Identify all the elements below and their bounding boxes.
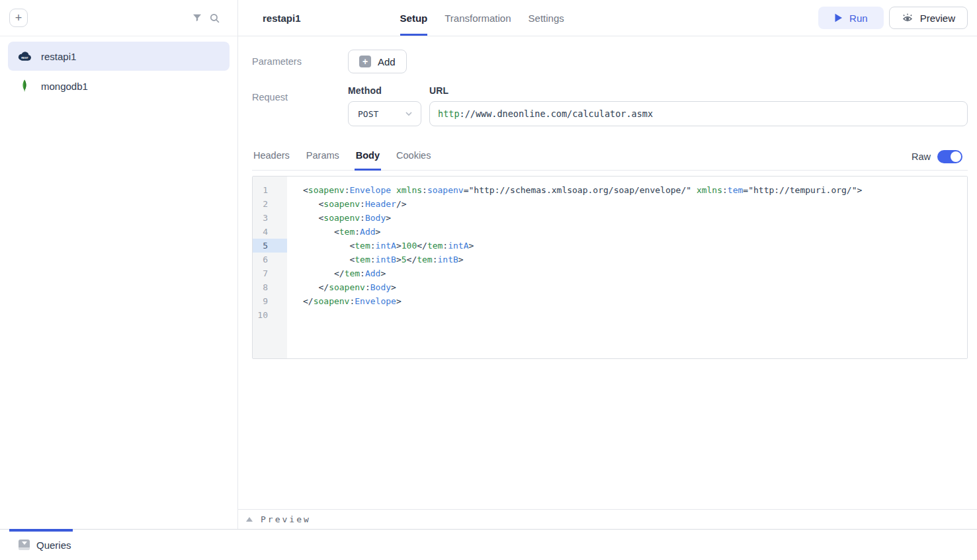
- query-list: REST restapi1 mongodb1: [0, 36, 237, 106]
- active-bottom-tab-indicator: [9, 529, 73, 532]
- url-input[interactable]: http://www.dneonline.com/calculator.asmx: [429, 101, 968, 126]
- main-panel: restapi1 Setup Transformation Settings R…: [238, 0, 977, 529]
- add-parameter-button[interactable]: + Add: [348, 50, 407, 73]
- parameters-label: Parameters: [252, 50, 348, 73]
- method-select[interactable]: POST: [348, 101, 421, 126]
- sidebar-item-mongodb1[interactable]: mongodb1: [8, 71, 230, 100]
- eye-icon: [902, 13, 913, 23]
- new-query-button[interactable]: +: [9, 9, 28, 27]
- top-bar: restapi1 Setup Transformation Settings R…: [238, 0, 977, 36]
- raw-label: Raw: [912, 151, 931, 162]
- svg-text:REST: REST: [21, 56, 28, 60]
- request-row: Request Method POST URL http://www.dneon…: [252, 85, 968, 126]
- method-value: POST: [358, 109, 398, 119]
- request-subtabs: Headers Params Body Cookies Raw: [252, 145, 968, 171]
- sidebar-item-label: restapi1: [41, 51, 76, 62]
- chevron-down-icon: [404, 108, 414, 119]
- queries-icon: [19, 540, 30, 550]
- bottom-bar: Queries: [0, 529, 977, 560]
- rest-api-icon: REST: [17, 51, 32, 61]
- method-field: Method POST: [348, 85, 421, 126]
- tab-headers[interactable]: Headers: [252, 145, 291, 171]
- run-button[interactable]: Run: [818, 7, 884, 29]
- main-tabs: Setup Transformation Settings: [400, 0, 564, 36]
- preview-bar-label: Preview: [261, 514, 311, 524]
- queries-label: Queries: [36, 540, 71, 551]
- preview-collapse-bar[interactable]: Preview: [238, 509, 977, 529]
- filter-icon[interactable]: [189, 9, 206, 26]
- sidebar-toolbar: +: [0, 0, 237, 36]
- query-title: restapi1: [263, 13, 301, 24]
- play-icon: [834, 13, 843, 22]
- plus-icon: +: [359, 56, 371, 67]
- top-actions: Run Preview: [818, 7, 968, 29]
- tab-body[interactable]: Body: [355, 145, 381, 171]
- url-label: URL: [429, 85, 968, 96]
- search-icon[interactable]: [206, 9, 223, 26]
- url-scheme: http: [438, 108, 460, 119]
- request-label: Request: [252, 85, 348, 126]
- app-window: + REST: [0, 0, 977, 529]
- raw-toggle[interactable]: [937, 150, 962, 163]
- tab-params[interactable]: Params: [305, 145, 341, 171]
- editor-code[interactable]: <soapenv:Envelope xmlns:soapenv="http://…: [287, 177, 967, 358]
- editor-gutter: 12345678910: [253, 177, 287, 358]
- url-rest: ://www.dneonline.com/calculator.asmx: [460, 108, 654, 119]
- raw-toggle-group: Raw: [912, 150, 962, 170]
- sidebar-item-label: mongodb1: [41, 81, 88, 92]
- sidebar: + REST: [0, 0, 238, 529]
- preview-button[interactable]: Preview: [889, 7, 968, 29]
- tab-setup[interactable]: Setup: [400, 0, 428, 36]
- tab-transformation[interactable]: Transformation: [445, 0, 511, 36]
- tab-cookies[interactable]: Cookies: [395, 145, 432, 171]
- setup-panel: Parameters + Add Request Method POST: [238, 36, 977, 509]
- sidebar-item-restapi1[interactable]: REST restapi1: [8, 42, 230, 71]
- url-field: URL http://www.dneonline.com/calculator.…: [429, 85, 968, 126]
- queries-tab[interactable]: Queries: [19, 540, 71, 551]
- tab-settings[interactable]: Settings: [529, 0, 564, 36]
- code-editor[interactable]: 12345678910 <soapenv:Envelope xmlns:soap…: [252, 176, 968, 359]
- mongodb-icon: [17, 79, 32, 93]
- method-label: Method: [348, 85, 421, 96]
- collapse-triangle-icon: [246, 517, 253, 522]
- parameters-row: Parameters + Add: [252, 50, 968, 73]
